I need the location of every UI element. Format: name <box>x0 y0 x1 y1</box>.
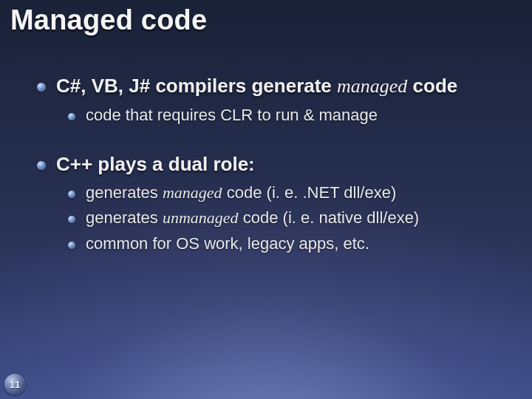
bullet-text: code (i. e. .NET dll/exe) <box>222 183 397 202</box>
spacer <box>37 130 510 152</box>
emphasis-text: managed <box>163 183 222 202</box>
emphasis-text: unmanaged <box>163 208 239 227</box>
bullet-text: generates <box>86 183 163 202</box>
bullet-text: code (i. e. native dll/exe) <box>239 208 420 227</box>
bullet-text: C++ plays a dual role: <box>56 153 255 175</box>
bullet-level2: code that requires CLR to run & manage <box>68 105 510 126</box>
emphasis-text: managed <box>337 75 407 97</box>
bullet-text: C#, VB, J# compilers generate <box>56 75 337 97</box>
slide-content: C#, VB, J# compilers generate managed co… <box>37 74 510 259</box>
bullet-level2: generates managed code (i. e. .NET dll/e… <box>68 183 510 204</box>
bullet-level1: C#, VB, J# compilers generate managed co… <box>37 74 510 99</box>
slide-title: Managed code <box>10 4 207 36</box>
bullet-text: code <box>407 75 457 97</box>
sphere-bullet-icon <box>68 242 75 249</box>
bullet-text: generates <box>86 208 163 227</box>
bullet-level1: C++ plays a dual role: <box>37 152 510 177</box>
sphere-bullet-icon <box>68 191 75 198</box>
sphere-bullet-icon <box>68 216 75 223</box>
sphere-bullet-icon <box>37 83 46 92</box>
sphere-bullet-icon <box>37 161 46 170</box>
slide: Managed code C#, VB, J# compilers genera… <box>0 0 532 399</box>
page-number-badge: 11 <box>4 374 25 395</box>
bullet-text: common for OS work, legacy apps, etc. <box>86 234 369 253</box>
bullet-level2: common for OS work, legacy apps, etc. <box>68 233 510 255</box>
sphere-bullet-icon <box>68 113 75 120</box>
page-number: 11 <box>10 379 20 390</box>
bullet-level2: generates unmanaged code (i. e. native d… <box>68 208 510 229</box>
bullet-text: code that requires CLR to run & manage <box>86 106 378 124</box>
